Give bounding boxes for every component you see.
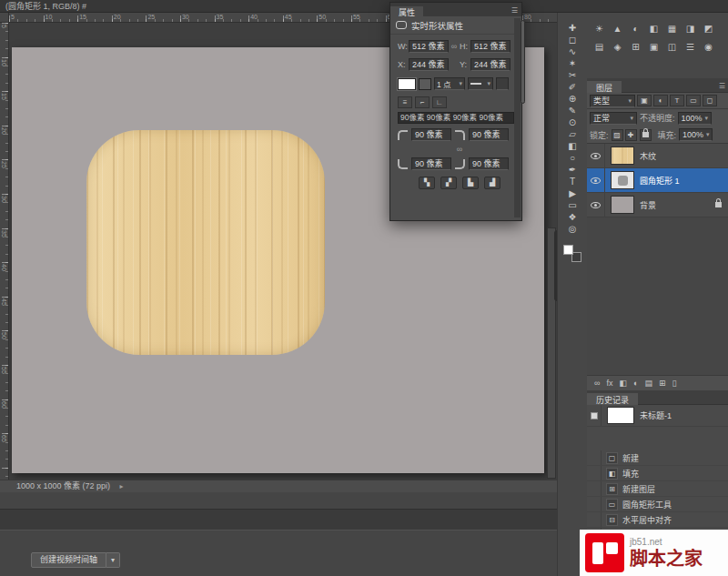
layer-mask-icon[interactable]: ◧ [619, 377, 627, 390]
gradient-tool-icon[interactable]: ◧ [561, 140, 583, 152]
blend-mode-select[interactable]: 正常 [590, 112, 637, 125]
filter-smart-objects-icon[interactable]: ◻ [703, 95, 717, 106]
layer-thumbnail[interactable] [611, 171, 634, 189]
layer-row-background[interactable]: 背景 [587, 193, 728, 217]
brush-tool-icon[interactable]: ✎ [561, 105, 583, 116]
layer-thumbnail[interactable] [611, 147, 634, 165]
scrollbar-thumb[interactable] [521, 20, 525, 104]
stroke-width-select[interactable]: 1 点 [434, 77, 465, 90]
delete-layer-icon[interactable]: ▯ [672, 377, 676, 390]
black-white-adjustment-icon[interactable]: ▤ [592, 40, 607, 55]
lasso-tool-icon[interactable]: ∿ [561, 45, 583, 57]
fill-select[interactable]: 100% [679, 128, 713, 141]
blur-tool-icon[interactable]: ○ [561, 152, 583, 164]
invert-adjustment-icon[interactable]: ◫ [664, 40, 680, 55]
layer-filter-select[interactable]: 类型 [590, 95, 635, 107]
radius-summary-field[interactable]: 90像素 90像素 90像素 90像素 [398, 112, 514, 124]
status-expand-icon[interactable]: ▸ [120, 482, 124, 490]
adjustment-layer-icon[interactable]: ◐ [633, 377, 638, 390]
layer-row-wood[interactable]: 木纹 [587, 144, 728, 168]
intersect-shape-icon[interactable]: ▙ [462, 177, 479, 189]
layer-name[interactable]: 木纹 [640, 150, 656, 162]
history-step-fill[interactable]: ◧ 填充 [587, 466, 728, 481]
quick-select-tool-icon[interactable]: ✶ [561, 57, 583, 69]
marquee-tool-icon[interactable]: ◻ [561, 34, 583, 45]
filter-shape-layers-icon[interactable]: ▭ [686, 95, 701, 106]
x-field[interactable]: 244 像素 [409, 58, 449, 71]
width-field[interactable]: 512 像素 [409, 40, 449, 53]
lock-transparency-icon[interactable]: ▨ [612, 129, 623, 141]
timeline-dropdown-icon[interactable]: ▾ [106, 552, 120, 568]
layer-name[interactable]: 背景 [640, 199, 656, 211]
panel-menu-icon[interactable]: ☰ [511, 6, 518, 15]
exclude-shape-icon[interactable]: ▟ [484, 177, 500, 189]
healing-brush-tool-icon[interactable]: ⊕ [561, 93, 583, 105]
history-source-column[interactable] [587, 481, 602, 496]
layer-thumbnail[interactable] [611, 196, 634, 214]
corner-top-right-field[interactable]: 90 像素 [469, 128, 509, 141]
snapshot-name[interactable]: 未标题-1 [640, 409, 672, 421]
pen-tool-icon[interactable]: ✒ [561, 164, 583, 176]
panel-menu-icon[interactable]: ☰ [719, 82, 725, 90]
photo-filter-adjustment-icon[interactable]: ◈ [610, 40, 625, 55]
properties-scrollbar[interactable] [514, 18, 521, 217]
move-tool-icon[interactable]: ✚ [561, 22, 583, 34]
tab-properties[interactable]: 属性 [390, 6, 423, 20]
layer-group-icon[interactable]: ▤ [644, 377, 652, 390]
history-source-column[interactable] [587, 497, 602, 511]
visibility-toggle[interactable] [587, 144, 605, 167]
brightness-adjustment-icon[interactable]: ☀ [592, 22, 607, 36]
filter-pixel-layers-icon[interactable]: ▣ [637, 95, 652, 106]
levels-adjustment-icon[interactable]: ▲ [610, 22, 625, 36]
rounded-rect-wood-shape[interactable] [86, 130, 325, 355]
threshold-adjustment-icon[interactable]: ◉ [701, 40, 716, 55]
layer-row-rounded-rect[interactable]: 圆角矩形 1 [587, 168, 728, 193]
stroke-option-icon[interactable]: ≡ [398, 96, 412, 108]
subtract-shape-icon[interactable]: ▞ [440, 177, 457, 189]
lock-position-icon[interactable]: ✚ [625, 129, 637, 141]
canvas-vertical-scrollbar[interactable] [547, 227, 556, 479]
new-layer-icon[interactable]: ⊞ [659, 377, 666, 390]
y-field[interactable]: 244 像素 [470, 58, 511, 71]
history-step-align-h-center[interactable]: ⊟ 水平居中对齐 [587, 512, 728, 528]
color-swatches[interactable] [563, 245, 581, 262]
history-snapshot-row[interactable]: 未标题-1 [587, 405, 728, 427]
hue-adjustment-icon[interactable]: ◨ [682, 22, 698, 36]
filter-type-layers-icon[interactable]: T [670, 95, 684, 106]
stroke-type-select[interactable] [468, 77, 493, 90]
filter-adjustment-layers-icon[interactable]: ◐ [653, 95, 668, 106]
history-step-rounded-rect-tool[interactable]: ▭ 圆角矩形工具 [587, 497, 728, 512]
path-select-tool-icon[interactable]: ▶ [561, 187, 583, 199]
eraser-tool-icon[interactable]: ▱ [561, 128, 583, 140]
type-tool-icon[interactable]: T [561, 176, 583, 187]
stroke-options-button[interactable] [496, 77, 509, 90]
eyedropper-tool-icon[interactable]: ✐ [561, 81, 583, 93]
stroke-color-swatch[interactable] [419, 78, 431, 90]
history-source-column[interactable] [587, 450, 602, 465]
combine-shapes-icon[interactable]: ▚ [419, 177, 435, 189]
stroke-option-icon[interactable]: ∟ [432, 96, 447, 108]
history-step-new-layer[interactable]: ⊞ 新建图层 [587, 481, 728, 497]
snapshot-thumbnail[interactable] [607, 407, 634, 424]
corner-top-left-field[interactable]: 90 像素 [411, 128, 451, 141]
curves-adjustment-icon[interactable]: ◐ [628, 22, 643, 36]
corner-bottom-right-field[interactable]: 90 像素 [469, 157, 509, 170]
history-step-new[interactable]: ▢ 新建 [587, 450, 728, 466]
create-video-timeline-button[interactable]: 创建视频时间轴 [31, 552, 106, 568]
vibrance-adjustment-icon[interactable]: ▦ [664, 22, 680, 36]
exposure-adjustment-icon[interactable]: ◧ [646, 22, 662, 36]
shape-tool-icon[interactable]: ▭ [561, 199, 583, 211]
clone-stamp-tool-icon[interactable]: ⊙ [561, 116, 583, 128]
fill-color-swatch[interactable] [398, 78, 416, 90]
stroke-option-icon[interactable]: ⌐ [415, 96, 430, 108]
history-source-column[interactable] [587, 512, 602, 527]
layer-style-icon[interactable]: fx [606, 377, 612, 390]
visibility-toggle[interactable] [587, 193, 605, 217]
link-corners-icon[interactable] [454, 145, 465, 154]
crop-tool-icon[interactable]: ✂ [561, 69, 583, 81]
link-layers-icon[interactable]: ∞ [594, 377, 600, 390]
visibility-toggle[interactable] [587, 168, 605, 192]
channel-mixer-adjustment-icon[interactable]: ⊞ [628, 40, 643, 55]
link-dimensions-icon[interactable] [449, 42, 460, 51]
corner-bottom-left-field[interactable]: 90 像素 [411, 157, 451, 170]
